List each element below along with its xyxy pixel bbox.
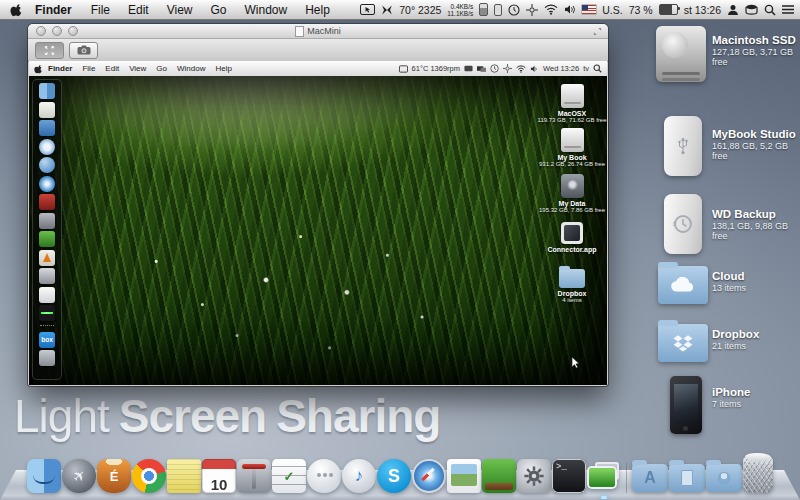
screenshot-button[interactable] <box>69 42 98 59</box>
teleport-icon[interactable] <box>526 4 538 16</box>
desktop-icon-iphone[interactable] <box>670 376 702 434</box>
remote-temp-fan[interactable]: 61°C 1369rpm <box>412 64 460 73</box>
remote-icon-macosx[interactable]: MacOSX 119.73 GB, 71.62 GB free <box>536 84 607 123</box>
apple-menu-icon[interactable] <box>10 3 23 17</box>
screen-recording-icon[interactable] <box>360 4 375 15</box>
status-misc-icon[interactable] <box>745 4 758 15</box>
remote-dock-display-sharing-icon[interactable] <box>39 120 55 136</box>
remote-side-dock[interactable]: box <box>32 79 62 380</box>
volume-icon[interactable] <box>564 4 576 15</box>
dock-remote-desktop-icon[interactable] <box>482 459 516 493</box>
input-source-label[interactable]: U.S. <box>602 4 622 16</box>
desktop-label-iphone[interactable]: iPhone7 items <box>712 386 800 409</box>
dock-preview-icon[interactable] <box>447 459 481 493</box>
remote-dock-box-icon[interactable]: box <box>39 332 55 348</box>
dock-terminal-icon[interactable]: >_ <box>552 459 586 493</box>
remote-clock[interactable]: Wed 13:26 <box>543 64 579 73</box>
notification-center-icon[interactable] <box>782 5 794 15</box>
status-network-speed[interactable]: 0.4KB/s11.1KB/s <box>447 3 473 17</box>
remote-apple-menu-icon[interactable] <box>34 64 43 74</box>
input-source-flag-icon[interactable] <box>582 5 596 14</box>
remote-icon-dropbox[interactable]: Dropbox 4 items <box>536 266 607 303</box>
device-battery-icon[interactable] <box>479 3 488 16</box>
remote-dock-finder-icon[interactable] <box>39 83 55 99</box>
fullscreen-icon[interactable] <box>593 27 602 36</box>
remote-volume-icon[interactable] <box>530 65 539 73</box>
dock-calendar-icon[interactable]: 10 <box>202 459 236 493</box>
dock-documents-folder-icon[interactable] <box>669 464 705 492</box>
remote-desktop-wallpaper[interactable]: box MacOSX 119.73 GB, 71.62 GB free My B… <box>29 76 607 385</box>
remote-display-icon[interactable] <box>399 65 408 73</box>
status-temp-fan[interactable]: 70° 2325 <box>399 4 441 16</box>
remote-dock-eyetv-icon[interactable] <box>39 305 55 321</box>
remote-displays-icon[interactable] <box>477 65 486 73</box>
scale-display-button[interactable] <box>35 42 64 59</box>
dock-skype-icon[interactable]: S <box>377 459 411 493</box>
clock-icon[interactable] <box>508 4 520 16</box>
desktop-icon-cloud[interactable] <box>658 266 708 304</box>
menu-finder[interactable]: Finder <box>25 3 82 17</box>
device-battery-icon-2[interactable] <box>494 4 502 16</box>
remote-dock-vlc-green-icon[interactable] <box>39 231 55 247</box>
remote-clock-icon[interactable] <box>490 64 499 73</box>
desktop-icon-dropbox[interactable] <box>658 324 708 362</box>
menu-file[interactable]: File <box>82 3 119 17</box>
dock-itunes-icon[interactable]: ♪ <box>342 459 376 493</box>
remote-icon-connector-app[interactable]: Connector.app <box>536 222 607 253</box>
remote-dock-photo-booth-icon[interactable] <box>39 268 55 284</box>
remote-dock-trash-icon[interactable] <box>39 350 55 366</box>
remote-dock-vlc-cone-icon[interactable] <box>39 250 55 266</box>
desktop-icon-mybook-studio[interactable] <box>664 116 702 176</box>
remote-menu-finder[interactable]: Finder <box>43 64 77 73</box>
status-app-icon[interactable] <box>381 4 393 16</box>
spotlight-icon[interactable] <box>764 4 776 16</box>
dock-espresso-icon[interactable]: É <box>97 459 131 493</box>
remote-dock-itunes-icon[interactable] <box>39 139 55 155</box>
remote-monitor-icon[interactable] <box>464 65 473 73</box>
dock-applications-folder-icon[interactable]: A <box>632 464 668 492</box>
remote-dock-ipod-icon[interactable] <box>39 287 55 303</box>
desktop-label-wd-backup[interactable]: WD Backup138,1 GB, 9,88 GB free <box>712 208 800 241</box>
remote-dock-network-globe-icon[interactable] <box>39 157 55 173</box>
menu-view[interactable]: View <box>158 3 202 17</box>
remote-menu-view[interactable]: View <box>124 64 151 73</box>
desktop-icon-macintosh-ssd[interactable] <box>656 26 706 82</box>
remote-menu-bar[interactable]: Finder File Edit View Go Window Help 61°… <box>29 61 607 77</box>
remote-icon-my-book[interactable]: My Book 931.2 GB, 26.74 GB free <box>536 128 607 167</box>
remote-dock-preview-icon[interactable] <box>39 102 55 118</box>
dock-finder-icon[interactable] <box>27 459 61 493</box>
dock-stickies-icon[interactable] <box>167 459 201 493</box>
menu-go[interactable]: Go <box>202 3 236 17</box>
desktop-label-cloud[interactable]: Cloud13 items <box>712 270 800 293</box>
remote-menu-go[interactable]: Go <box>151 64 172 73</box>
remote-dock-transmit-icon[interactable] <box>39 213 55 229</box>
desktop-label-macintosh-ssd[interactable]: Macintosh SSD127,18 GB, 3,71 GB free <box>712 34 800 67</box>
remote-icon-my-data[interactable]: My Data 195.32 GB, 7.86 GB free <box>536 174 607 213</box>
remote-teleport-icon[interactable] <box>503 64 512 73</box>
desktop-label-dropbox[interactable]: Dropbox21 items <box>712 328 800 351</box>
dock-users-folder-icon[interactable] <box>706 464 742 492</box>
desktop-icon-wd-backup[interactable] <box>664 194 702 254</box>
dock-utility-icon[interactable] <box>237 459 271 493</box>
dock-messages-icon[interactable] <box>307 459 341 493</box>
remote-dock-safari-icon[interactable] <box>39 176 55 192</box>
dock-chrome-icon[interactable] <box>132 459 166 493</box>
dock-safari-icon[interactable] <box>412 459 446 493</box>
dock-launchpad-icon[interactable]: ✈ <box>62 459 96 493</box>
remote-menu-window[interactable]: Window <box>172 64 210 73</box>
user-icon[interactable] <box>727 4 739 16</box>
wifi-icon[interactable] <box>544 4 558 15</box>
window-title-bar[interactable]: MacMini <box>28 24 608 39</box>
remote-tv-label[interactable]: tv <box>583 64 589 73</box>
menu-window[interactable]: Window <box>236 3 297 17</box>
dock-screen-sharing-icon[interactable] <box>587 459 621 493</box>
menu-help[interactable]: Help <box>296 3 339 17</box>
battery-percent[interactable]: 73 % <box>629 4 653 16</box>
dock-system-preferences-icon[interactable] <box>517 459 551 493</box>
menu-edit[interactable]: Edit <box>119 3 158 17</box>
remote-screen[interactable]: Finder File Edit View Go Window Help 61°… <box>29 61 607 385</box>
menu-bar-clock[interactable]: st 13:26 <box>684 4 721 16</box>
remote-wifi-icon[interactable] <box>516 65 526 73</box>
remote-spotlight-icon[interactable] <box>593 64 602 73</box>
remote-dock-frontrow-icon[interactable] <box>39 194 55 210</box>
